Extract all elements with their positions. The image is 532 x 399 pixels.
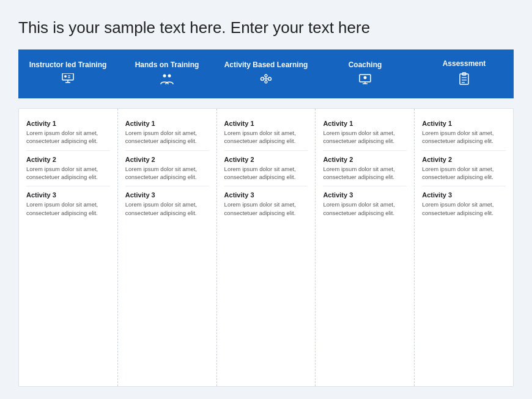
- activity-block-col1-row2: Activity 3Lorem ipsum dolor sit amet, co…: [125, 186, 209, 222]
- header-col-title-0: Instructor led Training: [29, 60, 107, 69]
- activity-text-col2-row1: Lorem ipsum dolor sit amet, consectetuer…: [224, 165, 308, 181]
- slide: This is your sample text here. Enter you…: [0, 0, 532, 399]
- table-col-2: Activity 1Lorem ipsum dolor sit amet, co…: [217, 109, 316, 386]
- activity-block-col2-row2: Activity 3Lorem ipsum dolor sit amet, co…: [224, 186, 308, 222]
- activity-text-col3-row0: Lorem ipsum dolor sit amet, consectetuer…: [323, 129, 407, 145]
- activity-text-col1-row0: Lorem ipsum dolor sit amet, consectetuer…: [125, 129, 209, 145]
- svg-point-11: [265, 81, 267, 83]
- activity-text-col3-row2: Lorem ipsum dolor sit amet, consectetuer…: [323, 200, 407, 217]
- activity-icon: [259, 73, 273, 87]
- activity-title-col3-row1: Activity 2: [323, 156, 407, 163]
- hands-on-icon: [160, 73, 174, 87]
- header-cell-3: Coaching: [316, 49, 415, 98]
- activity-text-col3-row1: Lorem ipsum dolor sit amet, consectetuer…: [323, 165, 407, 181]
- activity-block-col4-row2: Activity 3Lorem ipsum dolor sit amet, co…: [422, 186, 506, 222]
- activity-text-col4-row0: Lorem ipsum dolor sit amet, consectetuer…: [422, 129, 506, 145]
- activity-block-col3-row1: Activity 2Lorem ipsum dolor sit amet, co…: [323, 151, 407, 187]
- activity-title-col0-row1: Activity 2: [26, 156, 110, 163]
- table-col-3: Activity 1Lorem ipsum dolor sit amet, co…: [316, 109, 415, 386]
- header-col-title-4: Assessment: [443, 59, 486, 68]
- coaching-icon: [358, 73, 372, 87]
- activity-block-col1-row0: Activity 1Lorem ipsum dolor sit amet, co…: [125, 115, 209, 151]
- activity-title-col3-row0: Activity 1: [323, 120, 407, 127]
- assessment-icon: [459, 72, 470, 89]
- activity-title-col4-row1: Activity 2: [422, 156, 506, 163]
- activity-block-col0-row0: Activity 1Lorem ipsum dolor sit amet, co…: [26, 115, 110, 151]
- header-col-title-1: Hands on Training: [135, 60, 199, 69]
- activity-text-col0-row0: Lorem ipsum dolor sit amet, consectetuer…: [26, 129, 110, 145]
- activity-block-col4-row1: Activity 2Lorem ipsum dolor sit amet, co…: [422, 151, 506, 187]
- header-col-title-3: Coaching: [349, 60, 382, 69]
- svg-point-8: [261, 77, 264, 80]
- activity-block-col0-row1: Activity 2Lorem ipsum dolor sit amet, co…: [26, 151, 110, 187]
- header-cell-0: Instructor led Training: [18, 49, 117, 98]
- svg-point-9: [268, 77, 272, 80]
- activity-title-col4-row0: Activity 1: [422, 120, 506, 127]
- activity-block-col3-row0: Activity 1Lorem ipsum dolor sit amet, co…: [323, 115, 407, 151]
- activity-text-col0-row1: Lorem ipsum dolor sit amet, consectetuer…: [26, 165, 110, 181]
- activity-text-col1-row2: Lorem ipsum dolor sit amet, consectetuer…: [125, 200, 209, 217]
- table-body: Activity 1Lorem ipsum dolor sit amet, co…: [18, 108, 514, 387]
- slide-title: This is your sample text here. Enter you…: [18, 18, 514, 37]
- activity-text-col2-row0: Lorem ipsum dolor sit amet, consectetuer…: [224, 129, 308, 145]
- svg-rect-0: [62, 73, 73, 80]
- activity-title-col3-row2: Activity 3: [323, 191, 407, 199]
- activity-block-col2-row1: Activity 2Lorem ipsum dolor sit amet, co…: [224, 151, 308, 187]
- header-cell-2: Activity Based Learning: [216, 49, 316, 98]
- activity-title-col0-row0: Activity 1: [26, 120, 110, 127]
- svg-point-3: [64, 75, 67, 78]
- table-col-0: Activity 1Lorem ipsum dolor sit amet, co…: [19, 109, 118, 386]
- activity-text-col0-row2: Lorem ipsum dolor sit amet, consectetuer…: [26, 200, 110, 217]
- activity-title-col1-row2: Activity 3: [125, 191, 209, 199]
- activity-title-col4-row2: Activity 3: [422, 191, 506, 199]
- header-col-title-2: Activity Based Learning: [224, 60, 308, 69]
- activity-title-col2-row2: Activity 3: [224, 191, 308, 199]
- activity-block-col4-row0: Activity 1Lorem ipsum dolor sit amet, co…: [422, 115, 506, 151]
- table-col-1: Activity 1Lorem ipsum dolor sit amet, co…: [118, 109, 217, 386]
- activity-block-col3-row2: Activity 3Lorem ipsum dolor sit amet, co…: [323, 186, 407, 222]
- activity-title-col2-row1: Activity 2: [224, 156, 308, 163]
- activity-text-col4-row2: Lorem ipsum dolor sit amet, consectetuer…: [422, 200, 506, 217]
- svg-point-17: [364, 76, 367, 79]
- header-cell-1: Hands on Training: [117, 49, 216, 98]
- svg-point-7: [168, 74, 171, 77]
- header-cell-4: Assessment: [415, 49, 514, 98]
- activity-text-col2-row2: Lorem ipsum dolor sit amet, consectetuer…: [224, 200, 308, 217]
- activity-title-col1-row1: Activity 2: [125, 156, 209, 163]
- activity-title-col0-row2: Activity 3: [26, 191, 110, 199]
- activity-block-col1-row1: Activity 2Lorem ipsum dolor sit amet, co…: [125, 151, 209, 187]
- activity-title-col1-row0: Activity 1: [125, 120, 209, 127]
- activity-text-col4-row1: Lorem ipsum dolor sit amet, consectetuer…: [422, 165, 506, 181]
- activity-block-col0-row2: Activity 3Lorem ipsum dolor sit amet, co…: [26, 186, 110, 222]
- header-row: Instructor led Training Hands on Trainin…: [18, 49, 514, 98]
- svg-point-10: [265, 75, 267, 77]
- svg-point-6: [163, 74, 166, 77]
- instructor-icon: [61, 73, 75, 87]
- activity-title-col2-row0: Activity 1: [224, 120, 308, 127]
- table-col-4: Activity 1Lorem ipsum dolor sit amet, co…: [415, 109, 513, 386]
- activity-block-col2-row0: Activity 1Lorem ipsum dolor sit amet, co…: [224, 115, 308, 151]
- activity-text-col1-row1: Lorem ipsum dolor sit amet, consectetuer…: [125, 165, 209, 181]
